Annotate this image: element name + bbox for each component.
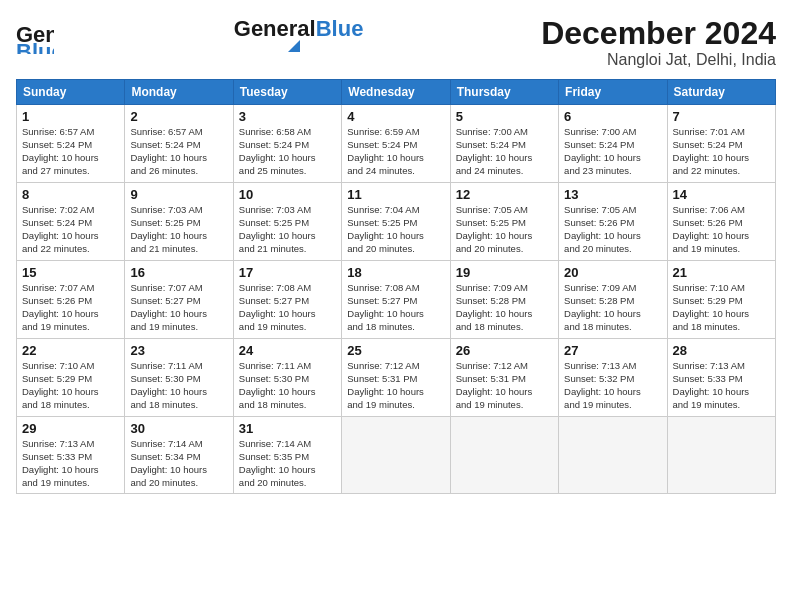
day-info: Sunrise: 7:01 AMSunset: 5:24 PMDaylight:… (673, 126, 770, 177)
day-number: 13 (564, 187, 661, 202)
day-info: Sunrise: 7:07 AMSunset: 5:26 PMDaylight:… (22, 282, 119, 333)
day-number: 8 (22, 187, 119, 202)
calendar-cell: 15Sunrise: 7:07 AMSunset: 5:26 PMDayligh… (17, 261, 125, 339)
day-info: Sunrise: 7:09 AMSunset: 5:28 PMDaylight:… (564, 282, 661, 333)
calendar-cell: 5Sunrise: 7:00 AMSunset: 5:24 PMDaylight… (450, 105, 558, 183)
day-number: 23 (130, 343, 227, 358)
day-number: 22 (22, 343, 119, 358)
day-number: 7 (673, 109, 770, 124)
day-number: 3 (239, 109, 336, 124)
calendar-cell: 9Sunrise: 7:03 AMSunset: 5:25 PMDaylight… (125, 183, 233, 261)
day-info: Sunrise: 7:07 AMSunset: 5:27 PMDaylight:… (130, 282, 227, 333)
logo: General Blue (16, 16, 56, 54)
calendar-cell: 21Sunrise: 7:10 AMSunset: 5:29 PMDayligh… (667, 261, 775, 339)
day-number: 10 (239, 187, 336, 202)
title-block: December 2024 Nangloi Jat, Delhi, India (541, 16, 776, 69)
day-number: 6 (564, 109, 661, 124)
day-number: 24 (239, 343, 336, 358)
day-info: Sunrise: 7:10 AMSunset: 5:29 PMDaylight:… (22, 360, 119, 411)
logo-icon: General Blue (16, 16, 54, 54)
day-number: 28 (673, 343, 770, 358)
calendar-cell: 25Sunrise: 7:12 AMSunset: 5:31 PMDayligh… (342, 339, 450, 417)
day-info: Sunrise: 7:03 AMSunset: 5:25 PMDaylight:… (130, 204, 227, 255)
day-number: 27 (564, 343, 661, 358)
svg-text:Blue: Blue (16, 39, 54, 54)
day-info: Sunrise: 7:08 AMSunset: 5:27 PMDaylight:… (239, 282, 336, 333)
day-info: Sunrise: 7:05 AMSunset: 5:26 PMDaylight:… (564, 204, 661, 255)
calendar-cell: 28Sunrise: 7:13 AMSunset: 5:33 PMDayligh… (667, 339, 775, 417)
calendar-cell: 30Sunrise: 7:14 AMSunset: 5:34 PMDayligh… (125, 417, 233, 494)
day-info: Sunrise: 7:12 AMSunset: 5:31 PMDaylight:… (456, 360, 553, 411)
day-number: 26 (456, 343, 553, 358)
calendar-cell: 19Sunrise: 7:09 AMSunset: 5:28 PMDayligh… (450, 261, 558, 339)
calendar-cell: 22Sunrise: 7:10 AMSunset: 5:29 PMDayligh… (17, 339, 125, 417)
calendar-cell (667, 417, 775, 494)
calendar-header-monday: Monday (125, 80, 233, 105)
location: Nangloi Jat, Delhi, India (541, 51, 776, 69)
day-info: Sunrise: 7:04 AMSunset: 5:25 PMDaylight:… (347, 204, 444, 255)
calendar-cell: 27Sunrise: 7:13 AMSunset: 5:32 PMDayligh… (559, 339, 667, 417)
day-number: 18 (347, 265, 444, 280)
calendar-cell: 29Sunrise: 7:13 AMSunset: 5:33 PMDayligh… (17, 417, 125, 494)
day-info: Sunrise: 7:11 AMSunset: 5:30 PMDaylight:… (239, 360, 336, 411)
day-info: Sunrise: 7:11 AMSunset: 5:30 PMDaylight:… (130, 360, 227, 411)
calendar-cell: 7Sunrise: 7:01 AMSunset: 5:24 PMDaylight… (667, 105, 775, 183)
day-number: 25 (347, 343, 444, 358)
day-info: Sunrise: 7:06 AMSunset: 5:26 PMDaylight:… (673, 204, 770, 255)
day-info: Sunrise: 6:59 AMSunset: 5:24 PMDaylight:… (347, 126, 444, 177)
calendar-cell: 26Sunrise: 7:12 AMSunset: 5:31 PMDayligh… (450, 339, 558, 417)
day-info: Sunrise: 7:00 AMSunset: 5:24 PMDaylight:… (564, 126, 661, 177)
calendar-cell: 18Sunrise: 7:08 AMSunset: 5:27 PMDayligh… (342, 261, 450, 339)
day-info: Sunrise: 6:58 AMSunset: 5:24 PMDaylight:… (239, 126, 336, 177)
calendar-header-friday: Friday (559, 80, 667, 105)
day-info: Sunrise: 7:14 AMSunset: 5:35 PMDaylight:… (239, 438, 336, 489)
calendar-cell (342, 417, 450, 494)
calendar-cell: 1Sunrise: 6:57 AMSunset: 5:24 PMDaylight… (17, 105, 125, 183)
logo-general: General (234, 16, 316, 42)
day-info: Sunrise: 7:00 AMSunset: 5:24 PMDaylight:… (456, 126, 553, 177)
calendar-week-2: 8Sunrise: 7:02 AMSunset: 5:24 PMDaylight… (17, 183, 776, 261)
day-info: Sunrise: 7:03 AMSunset: 5:25 PMDaylight:… (239, 204, 336, 255)
page-container: General Blue General Blue December 2024 … (0, 0, 792, 612)
calendar-cell: 12Sunrise: 7:05 AMSunset: 5:25 PMDayligh… (450, 183, 558, 261)
logo-block: General Blue (234, 16, 364, 52)
day-info: Sunrise: 7:10 AMSunset: 5:29 PMDaylight:… (673, 282, 770, 333)
logo-name: General Blue (234, 16, 364, 42)
day-number: 31 (239, 421, 336, 436)
calendar-cell: 11Sunrise: 7:04 AMSunset: 5:25 PMDayligh… (342, 183, 450, 261)
logo-arrow (288, 40, 300, 52)
calendar-week-3: 15Sunrise: 7:07 AMSunset: 5:26 PMDayligh… (17, 261, 776, 339)
calendar-cell: 14Sunrise: 7:06 AMSunset: 5:26 PMDayligh… (667, 183, 775, 261)
day-info: Sunrise: 7:08 AMSunset: 5:27 PMDaylight:… (347, 282, 444, 333)
day-info: Sunrise: 7:02 AMSunset: 5:24 PMDaylight:… (22, 204, 119, 255)
day-info: Sunrise: 7:13 AMSunset: 5:33 PMDaylight:… (22, 438, 119, 489)
day-number: 2 (130, 109, 227, 124)
day-number: 11 (347, 187, 444, 202)
calendar-header-tuesday: Tuesday (233, 80, 341, 105)
month-title: December 2024 (541, 16, 776, 51)
day-info: Sunrise: 7:09 AMSunset: 5:28 PMDaylight:… (456, 282, 553, 333)
day-number: 16 (130, 265, 227, 280)
calendar-cell: 2Sunrise: 6:57 AMSunset: 5:24 PMDaylight… (125, 105, 233, 183)
day-number: 21 (673, 265, 770, 280)
day-number: 15 (22, 265, 119, 280)
day-number: 1 (22, 109, 119, 124)
calendar-cell: 24Sunrise: 7:11 AMSunset: 5:30 PMDayligh… (233, 339, 341, 417)
calendar-week-4: 22Sunrise: 7:10 AMSunset: 5:29 PMDayligh… (17, 339, 776, 417)
day-info: Sunrise: 7:05 AMSunset: 5:25 PMDaylight:… (456, 204, 553, 255)
calendar-cell (450, 417, 558, 494)
calendar-cell: 17Sunrise: 7:08 AMSunset: 5:27 PMDayligh… (233, 261, 341, 339)
day-number: 5 (456, 109, 553, 124)
day-number: 4 (347, 109, 444, 124)
day-info: Sunrise: 7:14 AMSunset: 5:34 PMDaylight:… (130, 438, 227, 489)
calendar-week-5: 29Sunrise: 7:13 AMSunset: 5:33 PMDayligh… (17, 417, 776, 494)
day-number: 9 (130, 187, 227, 202)
calendar-header-thursday: Thursday (450, 80, 558, 105)
calendar-cell: 3Sunrise: 6:58 AMSunset: 5:24 PMDaylight… (233, 105, 341, 183)
day-number: 29 (22, 421, 119, 436)
header: General Blue General Blue December 2024 … (16, 16, 776, 69)
day-number: 19 (456, 265, 553, 280)
calendar-cell: 31Sunrise: 7:14 AMSunset: 5:35 PMDayligh… (233, 417, 341, 494)
calendar-cell (559, 417, 667, 494)
calendar-header-wednesday: Wednesday (342, 80, 450, 105)
